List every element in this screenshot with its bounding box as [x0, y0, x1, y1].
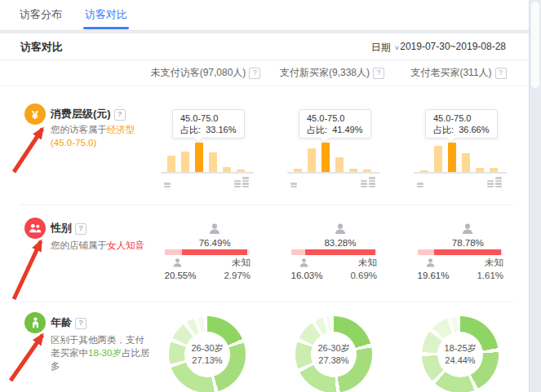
panel-header: 访客对比 日期∨ 2019-07-30~2019-08-28 [0, 33, 529, 60]
gender-icon [24, 218, 46, 239]
section-note-gender: 您的店铺属于女人知音 [51, 239, 153, 252]
donut-center-value: 27.38% [318, 355, 348, 367]
age-highlight-text: 18-30岁 [88, 348, 122, 358]
section-title-gender: 性别? [51, 221, 86, 236]
section-title-consumption: 消费层级(元)? [51, 107, 126, 121]
visitor-comparison-panel: 访客对比 日期∨ 2019-07-30~2019-08-28 未支付访客(97,… [0, 33, 529, 392]
gender-chart-new-buyers: 83.28% 16.03% 未知 0.69% [287, 205, 410, 302]
unknown-percentage: 1.61% [464, 269, 503, 282]
date-filter-label: 日期 [371, 42, 391, 53]
male-percentage: 16.03% [282, 271, 331, 280]
help-icon[interactable]: ? [249, 68, 260, 79]
gender-chart-returning-buyers: 78.78% 19.61% 未知 1.61% [414, 205, 536, 302]
column-header-unpaid-visitors: 未支付访客(97,080人)? [144, 66, 267, 80]
date-filter-dropdown[interactable]: 日期∨ [371, 41, 400, 55]
help-icon[interactable]: ? [495, 68, 507, 79]
bar-chart [161, 143, 254, 172]
yen-icon: ¥ [24, 104, 46, 125]
age-icon [24, 312, 46, 333]
panel-title: 访客对比 [20, 40, 63, 55]
low-price-coin-icon [164, 176, 172, 187]
high-price-coins-icon [487, 176, 503, 187]
unknown-percentage: 2.97% [211, 269, 251, 282]
section-consumption-level: ¥ 消费层级(元)? 您的访客属于经济型(45.0-75.0) 45.0-75.… [0, 86, 529, 205]
section-note-age: 区别于其他两类，支付老买家中18-30岁占比居多 [51, 333, 153, 372]
chart-tooltip: 45.0-75.0 占比: 41.49% [299, 109, 371, 139]
help-icon[interactable]: ? [373, 68, 384, 79]
consumption-chart-unpaid: 45.0-75.0 占比: 33.16% [161, 86, 283, 205]
bar-chart [287, 143, 380, 172]
column-header-new-buyers: 支付新买家(9,338人)? [271, 66, 393, 80]
tab-visitor-distribution[interactable]: 访客分布 [20, 0, 62, 29]
female-icon [334, 222, 347, 236]
male-icon [299, 258, 309, 268]
axis-line [414, 172, 507, 174]
high-price-coins-icon [361, 176, 377, 187]
unknown-gender: 未知 2.97% [211, 256, 251, 282]
donut-center-label: 26-30岁 [191, 342, 223, 355]
female-percentage: 76.49% [188, 238, 241, 248]
section-age: 年龄? 区别于其他两类，支付老买家中18-30岁占比居多 26-30岁 27.1… [0, 302, 529, 392]
age-donut-chart: 18-25岁 24.44% [422, 316, 499, 392]
low-price-coin-icon [417, 176, 425, 187]
male-icon [172, 258, 183, 268]
male-percentage: 19.61% [409, 271, 458, 280]
scrollbar-thumb[interactable] [531, 2, 539, 88]
section-note-consumption: 您的访客属于经济型(45.0-75.0) [51, 123, 153, 149]
bar-chart [414, 143, 507, 172]
low-price-coin-icon [290, 176, 299, 187]
tab-visitor-comparison-label: 访客对比 [85, 8, 127, 20]
consumption-chart-new-buyers: 45.0-75.0 占比: 41.49% [287, 86, 410, 205]
tab-bar: 访客分布 访客对比 [0, 0, 529, 31]
date-range-value[interactable]: 2019-07-30~2019-08-28 [400, 41, 506, 52]
age-chart-unpaid: 26-30岁 27.13% [161, 302, 283, 392]
donut-center-value: 24.44% [445, 355, 475, 367]
female-percentage: 83.28% [314, 238, 366, 248]
male-icon [425, 258, 436, 268]
donut-center-value: 27.13% [192, 355, 222, 367]
female-percentage: 78.78% [441, 238, 494, 248]
section-title-age: 年龄? [51, 315, 86, 330]
tab-visitor-comparison[interactable]: 访客对比 [85, 0, 127, 29]
age-chart-returning-buyers: 18-25岁 24.44% [414, 302, 536, 392]
gender-bar [418, 249, 503, 255]
donut-center-label: 26-30岁 [317, 342, 349, 355]
help-icon[interactable]: ? [75, 318, 86, 329]
chevron-down-icon: ∨ [394, 44, 400, 51]
column-header-returning-buyers: 支付老买家(311人)? [397, 66, 520, 80]
high-price-coins-icon [234, 176, 251, 187]
help-icon[interactable]: ? [75, 223, 86, 235]
consumption-chart-returning-buyers: 45.0-75.0 占比: 36.66% [414, 86, 536, 205]
axis-line [161, 172, 254, 174]
section-gender: 性别? 您的店铺属于女人知音 76.49% 20.55% 未知 2.97% 83… [0, 205, 529, 302]
unknown-gender: 未知 0.69% [338, 256, 377, 282]
active-tab-underline [83, 27, 129, 29]
unknown-percentage: 0.69% [338, 269, 377, 282]
female-icon [461, 222, 474, 236]
donut-center-label: 18-25岁 [444, 342, 476, 355]
chart-tooltip: 45.0-75.0 占比: 33.16% [172, 109, 245, 139]
help-icon[interactable]: ? [114, 109, 126, 121]
gender-bar [165, 249, 250, 255]
gender-bar [291, 249, 376, 255]
male-percentage: 20.55% [156, 271, 205, 280]
age-donut-chart: 26-30岁 27.13% [169, 316, 246, 392]
column-header-row: 未支付访客(97,080人)? 支付新买家(9,338人)? 支付老买家(311… [0, 59, 529, 86]
gender-highlight-text: 女人知音 [107, 240, 144, 250]
age-chart-new-buyers: 26-30岁 27.38% [287, 302, 410, 392]
gender-chart-unpaid: 76.49% 20.55% 未知 2.97% [161, 205, 283, 302]
axis-line [287, 172, 380, 174]
unknown-gender: 未知 1.61% [464, 256, 503, 282]
age-donut-chart: 26-30岁 27.38% [295, 316, 372, 392]
female-icon [208, 222, 221, 236]
chart-tooltip: 45.0-75.0 占比: 36.66% [425, 109, 498, 139]
